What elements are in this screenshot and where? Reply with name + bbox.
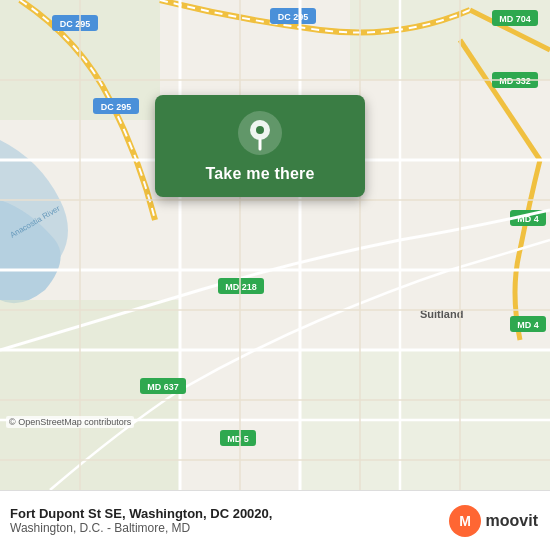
svg-text:MD 332: MD 332	[499, 76, 531, 86]
address-line1: Fort Dupont St SE, Washington, DC 20020,	[10, 506, 272, 521]
osm-attribution: © OpenStreetMap contributors	[6, 416, 134, 428]
svg-text:MD 218: MD 218	[225, 282, 257, 292]
svg-text:M: M	[459, 513, 471, 529]
svg-text:MD 637: MD 637	[147, 382, 179, 392]
moovit-brand-label: moovit	[486, 512, 538, 530]
svg-text:DC 295: DC 295	[278, 12, 309, 22]
map-view: Anacostia River DC 295 DC 295 DC 295 MD …	[0, 0, 550, 490]
svg-rect-4	[0, 300, 180, 490]
moovit-brand-icon: M	[449, 505, 481, 537]
address-block: Fort Dupont St SE, Washington, DC 20020,…	[10, 506, 272, 535]
location-pin-icon	[238, 111, 282, 155]
take-me-there-button[interactable]: Take me there	[205, 165, 314, 183]
svg-point-45	[256, 126, 264, 134]
address-line2: Washington, D.C. - Baltimore, MD	[10, 521, 272, 535]
bottom-bar: Fort Dupont St SE, Washington, DC 20020,…	[0, 490, 550, 550]
svg-text:DC 295: DC 295	[101, 102, 132, 112]
svg-text:MD 704: MD 704	[499, 14, 531, 24]
svg-text:DC 295: DC 295	[60, 19, 91, 29]
svg-text:MD 4: MD 4	[517, 320, 539, 330]
moovit-logo: M moovit	[449, 505, 538, 537]
location-card: Take me there	[155, 95, 365, 197]
svg-text:MD 5: MD 5	[227, 434, 249, 444]
